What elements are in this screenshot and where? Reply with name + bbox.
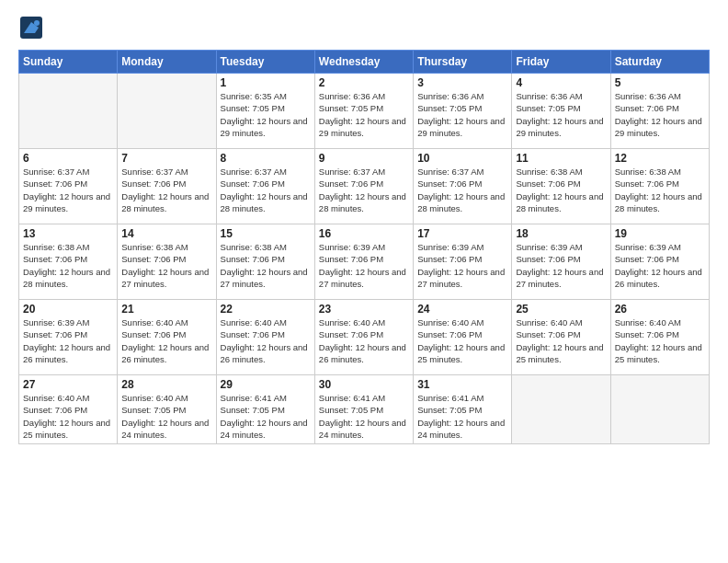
week-row-1: 1Sunrise: 6:35 AMSunset: 7:05 PMDaylight… — [19, 74, 710, 149]
day-cell: 13Sunrise: 6:38 AMSunset: 7:06 PMDayligh… — [19, 224, 118, 300]
day-info: Sunrise: 6:40 AMSunset: 7:06 PMDaylight:… — [516, 316, 606, 365]
day-info: Sunrise: 6:35 AMSunset: 7:05 PMDaylight:… — [221, 90, 311, 139]
day-number: 30 — [319, 378, 409, 391]
day-info: Sunrise: 6:39 AMSunset: 7:06 PMDaylight:… — [615, 241, 705, 290]
day-info: Sunrise: 6:36 AMSunset: 7:06 PMDaylight:… — [615, 90, 705, 139]
day-info: Sunrise: 6:40 AMSunset: 7:06 PMDaylight:… — [319, 316, 409, 365]
day-cell: 14Sunrise: 6:38 AMSunset: 7:06 PMDayligh… — [118, 224, 216, 300]
day-number: 12 — [615, 152, 705, 165]
day-number: 7 — [121, 152, 211, 165]
week-row-4: 20Sunrise: 6:39 AMSunset: 7:06 PMDayligh… — [19, 300, 710, 375]
day-number: 25 — [516, 303, 606, 316]
day-info: Sunrise: 6:39 AMSunset: 7:06 PMDaylight:… — [319, 241, 409, 290]
day-cell: 5Sunrise: 6:36 AMSunset: 7:06 PMDaylight… — [610, 74, 709, 149]
day-cell: 7Sunrise: 6:37 AMSunset: 7:06 PMDaylight… — [118, 149, 216, 224]
day-cell: 22Sunrise: 6:40 AMSunset: 7:06 PMDayligh… — [216, 300, 314, 375]
day-info: Sunrise: 6:40 AMSunset: 7:06 PMDaylight:… — [121, 316, 211, 365]
weekday-sunday: Sunday — [19, 51, 118, 74]
day-info: Sunrise: 6:37 AMSunset: 7:06 PMDaylight:… — [121, 166, 211, 214]
day-cell: 19Sunrise: 6:39 AMSunset: 7:06 PMDayligh… — [610, 224, 709, 300]
day-cell — [118, 74, 216, 149]
day-cell: 29Sunrise: 6:41 AMSunset: 7:05 PMDayligh… — [216, 375, 314, 444]
day-info: Sunrise: 6:40 AMSunset: 7:06 PMDaylight:… — [417, 316, 507, 365]
day-cell: 11Sunrise: 6:38 AMSunset: 7:06 PMDayligh… — [512, 149, 610, 224]
day-info: Sunrise: 6:37 AMSunset: 7:06 PMDaylight:… — [319, 166, 409, 214]
day-number: 8 — [221, 152, 311, 165]
day-info: Sunrise: 6:36 AMSunset: 7:05 PMDaylight:… — [417, 90, 507, 139]
weekday-saturday: Saturday — [610, 51, 709, 74]
day-info: Sunrise: 6:36 AMSunset: 7:05 PMDaylight:… — [516, 90, 606, 139]
day-cell: 24Sunrise: 6:40 AMSunset: 7:06 PMDayligh… — [414, 300, 512, 375]
day-cell: 21Sunrise: 6:40 AMSunset: 7:06 PMDayligh… — [118, 300, 216, 375]
day-number: 4 — [516, 76, 606, 89]
day-number: 5 — [615, 76, 705, 89]
logo — [18, 15, 46, 40]
day-info: Sunrise: 6:41 AMSunset: 7:05 PMDaylight:… — [319, 392, 409, 441]
day-cell: 18Sunrise: 6:39 AMSunset: 7:06 PMDayligh… — [512, 224, 610, 300]
day-cell — [19, 74, 118, 149]
day-cell: 31Sunrise: 6:41 AMSunset: 7:05 PMDayligh… — [414, 375, 512, 444]
header — [18, 15, 710, 40]
day-info: Sunrise: 6:40 AMSunset: 7:06 PMDaylight:… — [615, 316, 705, 365]
calendar-table: SundayMondayTuesdayWednesdayThursdayFrid… — [18, 50, 710, 444]
day-number: 16 — [319, 227, 409, 240]
day-cell: 2Sunrise: 6:36 AMSunset: 7:05 PMDaylight… — [314, 74, 413, 149]
day-info: Sunrise: 6:38 AMSunset: 7:06 PMDaylight:… — [516, 166, 606, 214]
day-info: Sunrise: 6:37 AMSunset: 7:06 PMDaylight:… — [417, 166, 507, 214]
day-info: Sunrise: 6:40 AMSunset: 7:05 PMDaylight:… — [121, 392, 211, 441]
day-cell: 10Sunrise: 6:37 AMSunset: 7:06 PMDayligh… — [414, 149, 512, 224]
day-number: 6 — [23, 152, 113, 165]
day-number: 9 — [319, 152, 409, 165]
day-info: Sunrise: 6:38 AMSunset: 7:06 PMDaylight:… — [221, 241, 311, 290]
day-info: Sunrise: 6:37 AMSunset: 7:06 PMDaylight:… — [23, 166, 113, 214]
day-cell — [610, 375, 709, 444]
day-number: 28 — [121, 378, 211, 391]
day-info: Sunrise: 6:39 AMSunset: 7:06 PMDaylight:… — [516, 241, 606, 290]
day-cell: 4Sunrise: 6:36 AMSunset: 7:05 PMDaylight… — [512, 74, 610, 149]
day-info: Sunrise: 6:39 AMSunset: 7:06 PMDaylight:… — [417, 241, 507, 290]
weekday-tuesday: Tuesday — [216, 51, 314, 74]
day-cell: 28Sunrise: 6:40 AMSunset: 7:05 PMDayligh… — [118, 375, 216, 444]
day-number: 3 — [417, 76, 507, 89]
day-number: 29 — [221, 378, 311, 391]
day-cell: 3Sunrise: 6:36 AMSunset: 7:05 PMDaylight… — [414, 74, 512, 149]
day-cell: 30Sunrise: 6:41 AMSunset: 7:05 PMDayligh… — [314, 375, 413, 444]
week-row-5: 27Sunrise: 6:40 AMSunset: 7:06 PMDayligh… — [19, 375, 710, 444]
day-number: 22 — [221, 303, 311, 316]
day-info: Sunrise: 6:38 AMSunset: 7:06 PMDaylight:… — [23, 241, 113, 290]
day-cell: 16Sunrise: 6:39 AMSunset: 7:06 PMDayligh… — [314, 224, 413, 300]
day-number: 24 — [417, 303, 507, 316]
calendar-body: 1Sunrise: 6:35 AMSunset: 7:05 PMDaylight… — [19, 74, 710, 444]
day-info: Sunrise: 6:41 AMSunset: 7:05 PMDaylight:… — [221, 392, 311, 441]
day-info: Sunrise: 6:38 AMSunset: 7:06 PMDaylight:… — [615, 166, 705, 214]
day-number: 18 — [516, 227, 606, 240]
day-number: 27 — [23, 378, 113, 391]
day-info: Sunrise: 6:38 AMSunset: 7:06 PMDaylight:… — [121, 241, 211, 290]
day-cell: 6Sunrise: 6:37 AMSunset: 7:06 PMDaylight… — [19, 149, 118, 224]
day-info: Sunrise: 6:36 AMSunset: 7:05 PMDaylight:… — [319, 90, 409, 139]
day-cell: 17Sunrise: 6:39 AMSunset: 7:06 PMDayligh… — [414, 224, 512, 300]
day-cell: 12Sunrise: 6:38 AMSunset: 7:06 PMDayligh… — [610, 149, 709, 224]
day-number: 10 — [417, 152, 507, 165]
day-info: Sunrise: 6:41 AMSunset: 7:05 PMDaylight:… — [417, 392, 507, 441]
day-info: Sunrise: 6:37 AMSunset: 7:06 PMDaylight:… — [221, 166, 311, 214]
weekday-friday: Friday — [512, 51, 610, 74]
day-number: 17 — [417, 227, 507, 240]
day-info: Sunrise: 6:39 AMSunset: 7:06 PMDaylight:… — [23, 316, 113, 365]
day-cell — [512, 375, 610, 444]
day-cell: 26Sunrise: 6:40 AMSunset: 7:06 PMDayligh… — [610, 300, 709, 375]
day-info: Sunrise: 6:40 AMSunset: 7:06 PMDaylight:… — [221, 316, 311, 365]
weekday-wednesday: Wednesday — [314, 51, 413, 74]
day-number: 31 — [417, 378, 507, 391]
day-info: Sunrise: 6:40 AMSunset: 7:06 PMDaylight:… — [23, 392, 113, 441]
logo-icon — [18, 15, 44, 40]
day-cell: 25Sunrise: 6:40 AMSunset: 7:06 PMDayligh… — [512, 300, 610, 375]
day-number: 26 — [615, 303, 705, 316]
week-row-3: 13Sunrise: 6:38 AMSunset: 7:06 PMDayligh… — [19, 224, 710, 300]
week-row-2: 6Sunrise: 6:37 AMSunset: 7:06 PMDaylight… — [19, 149, 710, 224]
day-number: 2 — [319, 76, 409, 89]
day-cell: 20Sunrise: 6:39 AMSunset: 7:06 PMDayligh… — [19, 300, 118, 375]
day-cell: 23Sunrise: 6:40 AMSunset: 7:06 PMDayligh… — [314, 300, 413, 375]
day-cell: 8Sunrise: 6:37 AMSunset: 7:06 PMDaylight… — [216, 149, 314, 224]
day-number: 13 — [23, 227, 113, 240]
